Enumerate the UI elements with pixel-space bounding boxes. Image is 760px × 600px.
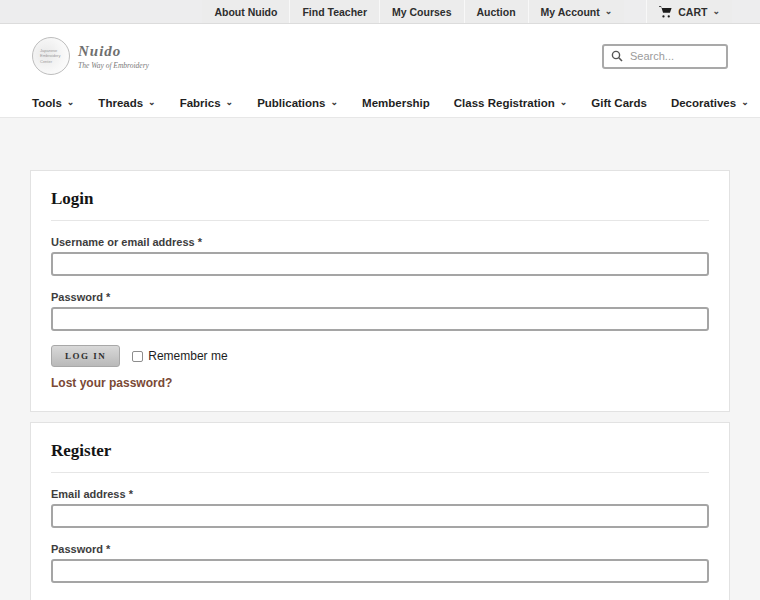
nav-item-label: Fabrics [180,97,221,109]
email-label: Email address * [51,488,709,500]
login-button[interactable]: LOG IN [51,345,120,367]
logo-seal-text: Japanese Embroidery Center [40,48,62,64]
register-password-field[interactable] [51,559,709,583]
main-nav: Tools ⌄ Threads ⌄ Fabrics ⌄ Publications… [0,88,760,118]
topbar-item-my-courses[interactable]: My Courses [379,0,464,23]
remember-me-checkbox[interactable] [132,351,143,362]
topbar-item-my-account[interactable]: My Account ⌄ [528,0,625,23]
topbar-item-about-nuido[interactable]: About Nuido [202,0,289,23]
chevron-down-icon: ⌄ [605,7,613,16]
nav-item-label: Membership [362,97,430,109]
lost-password-link[interactable]: Lost your password? [51,376,172,390]
nav-item-label: Tools [32,97,62,109]
topbar-item-label: My Courses [392,6,452,18]
login-password-label: Password * [51,291,709,303]
nav-item-decoratives[interactable]: Decoratives ⌄ [671,97,749,109]
chevron-down-icon: ⌄ [331,98,339,107]
search-icon [611,50,623,62]
chevron-down-icon: ⌄ [67,98,75,107]
username-label: Username or email address * [51,236,709,248]
chevron-down-icon: ⌄ [560,98,568,107]
chevron-down-icon: ⌄ [741,98,749,107]
email-field[interactable] [51,504,709,528]
cart-label: CART [678,6,707,18]
nav-item-label: Publications [257,97,325,109]
nav-item-threads[interactable]: Threads ⌄ [98,97,155,109]
logo-text: Nuido The Way of Embroidery [78,43,149,70]
topbar-item-auction[interactable]: Auction [464,0,528,23]
remember-me[interactable]: Remember me [132,349,227,363]
topbar-item-label: Find Teacher [302,6,367,18]
nav-item-publications[interactable]: Publications ⌄ [257,97,338,109]
chevron-down-icon: ⌄ [712,7,720,16]
site-header: Japanese Embroidery Center Nuido The Way… [0,24,760,88]
register-card: Register Email address * Password * Subs… [30,422,730,600]
topbar-item-label: Auction [477,6,516,18]
main-content: Login Username or email address * Passwo… [0,118,760,600]
topbar-cart[interactable]: CART ⌄ [646,0,732,23]
nav-item-fabrics[interactable]: Fabrics ⌄ [180,97,233,109]
login-password-field[interactable] [51,307,709,331]
register-password-label: Password * [51,543,709,555]
nav-item-gift-cards[interactable]: Gift Cards [591,97,647,109]
site-logo[interactable]: Japanese Embroidery Center Nuido The Way… [32,37,149,75]
login-actions: LOG IN Remember me [51,345,709,367]
login-title: Login [51,189,709,209]
nav-item-class-registration[interactable]: Class Registration ⌄ [454,97,568,109]
username-field[interactable] [51,252,709,276]
topbar-item-label: My Account [541,6,600,18]
register-title: Register [51,441,709,461]
nav-item-label: Decoratives [671,97,736,109]
logo-seal-icon: Japanese Embroidery Center [32,37,70,75]
nav-item-membership[interactable]: Membership [362,97,430,109]
logo-name: Nuido [78,43,149,60]
nav-item-label: Gift Cards [591,97,647,109]
remember-me-label: Remember me [148,349,227,363]
divider [51,220,709,221]
topbar-item-label: About Nuido [214,6,277,18]
topbar-item-find-teacher[interactable]: Find Teacher [289,0,379,23]
cart-icon [659,6,672,18]
chevron-down-icon: ⌄ [226,98,234,107]
topbar: About Nuido Find Teacher My Courses Auct… [0,0,760,24]
logo-tagline: The Way of Embroidery [78,61,149,70]
nav-item-label: Class Registration [454,97,555,109]
chevron-down-icon: ⌄ [148,98,156,107]
divider [51,472,709,473]
search-box[interactable] [602,44,728,69]
login-card: Login Username or email address * Passwo… [30,170,730,412]
search-input[interactable] [630,50,720,62]
nav-item-label: Threads [98,97,143,109]
nav-item-tools[interactable]: Tools ⌄ [32,97,74,109]
